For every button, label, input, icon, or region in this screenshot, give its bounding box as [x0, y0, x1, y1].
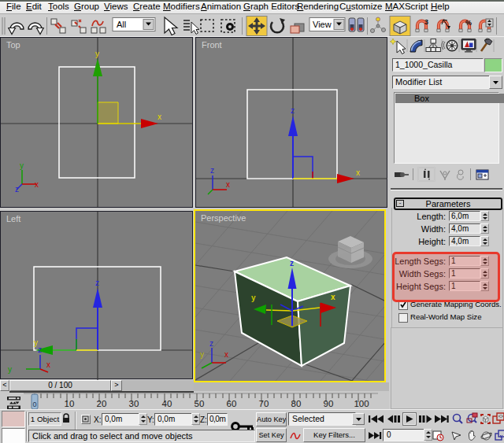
svg-text:x: x: [356, 168, 360, 177]
svg-text:y: y: [251, 293, 256, 302]
svg-text:x: x: [35, 180, 39, 189]
svg-text:z: z: [291, 106, 295, 115]
svg-text:%: %: [465, 19, 472, 27]
svg-text:x: x: [224, 350, 228, 359]
svg-text:30: 30: [129, 399, 139, 408]
svg-text:x: x: [158, 113, 161, 121]
svg-text:x: x: [226, 180, 230, 189]
svg-text:y: y: [8, 365, 12, 374]
svg-text:50: 50: [195, 399, 205, 408]
svg-text:y: y: [20, 161, 24, 170]
svg-text:10: 10: [65, 399, 75, 408]
svg-text:z: z: [290, 259, 294, 268]
svg-text:z: z: [15, 185, 19, 194]
svg-text:z: z: [95, 279, 99, 287]
svg-text:60: 60: [227, 399, 237, 408]
svg-text:y: y: [95, 50, 99, 58]
svg-text:y: y: [200, 350, 204, 359]
svg-text:40: 40: [162, 399, 172, 408]
svg-text:View: View: [313, 20, 332, 29]
svg-text:All: All: [117, 20, 126, 29]
svg-text:3: 3: [424, 18, 428, 26]
svg-text:z: z: [209, 339, 213, 348]
svg-text:x: x: [331, 293, 335, 301]
svg-text:90: 90: [324, 399, 334, 408]
svg-text:80: 80: [291, 399, 302, 408]
svg-text:z: z: [210, 166, 214, 175]
svg-text:100: 100: [354, 399, 369, 408]
svg-text:x: x: [46, 360, 50, 369]
svg-text:20: 20: [97, 399, 107, 408]
svg-text:z: z: [38, 345, 42, 354]
svg-text:70: 70: [259, 399, 269, 408]
svg-text:0: 0: [32, 401, 36, 408]
